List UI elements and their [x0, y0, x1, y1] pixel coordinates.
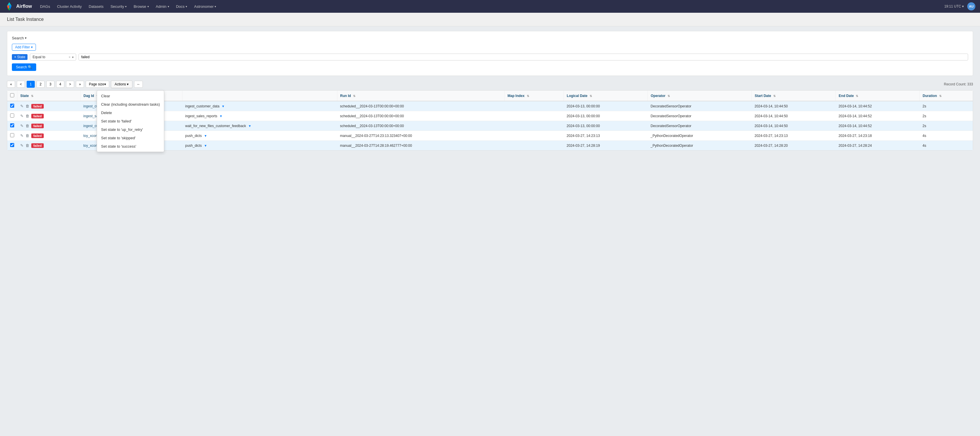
- row-duration-cell: 4s: [920, 131, 973, 141]
- edit-icon[interactable]: ✎: [20, 114, 24, 118]
- duration-text: 4s: [923, 143, 926, 148]
- page-last-button[interactable]: »: [76, 81, 84, 88]
- row-task-id-cell: ingest_customer_data ▼: [183, 101, 337, 111]
- col-end-date[interactable]: End Date ⇅: [836, 91, 920, 101]
- row-operator-cell: _PythonDecoratedOperator: [648, 141, 752, 151]
- nav-dags[interactable]: DAGs: [37, 0, 54, 13]
- task-filter-icon[interactable]: ▼: [204, 134, 207, 137]
- row-run-id-cell: scheduled__2024-03-13T00:00:00+00:00: [337, 101, 504, 111]
- actions-dropdown-menu: Clear Clear (including downstream tasks)…: [97, 90, 164, 152]
- nav-astronomer[interactable]: Astronomer▾: [191, 0, 220, 13]
- page-next-button[interactable]: >: [66, 81, 74, 88]
- col-state[interactable]: State ⇅: [18, 91, 81, 101]
- col-map-index[interactable]: Map Index ⇅: [504, 91, 564, 101]
- edit-icon[interactable]: ✎: [20, 104, 24, 108]
- task-filter-icon[interactable]: ▼: [221, 105, 225, 108]
- select-all-checkbox[interactable]: [10, 93, 14, 97]
- operator-dropdown-icon[interactable]: ▾: [72, 56, 73, 59]
- task-filter-icon[interactable]: ▼: [248, 124, 251, 128]
- delete-icon[interactable]: 🗑: [25, 124, 29, 128]
- operator-select[interactable]: Equal to × ▾: [30, 54, 76, 60]
- row-checkbox-cell: [7, 101, 18, 111]
- nav-security[interactable]: Security▾: [107, 0, 130, 13]
- page-header: List Task Instance: [0, 13, 980, 26]
- row-checkbox-cell: [7, 141, 18, 151]
- state-badge: failed: [31, 134, 44, 138]
- add-filter-button[interactable]: Add Filter ▾: [12, 44, 36, 51]
- search-toggle[interactable]: Search ▾: [12, 36, 968, 40]
- avatar[interactable]: AU: [967, 2, 975, 10]
- filter-value-input[interactable]: [78, 54, 968, 60]
- nav-browse[interactable]: Browse▾: [130, 0, 152, 13]
- end-date-text: 2024-03-14, 10:44:52: [839, 114, 872, 118]
- row-map-index-cell: [504, 121, 564, 131]
- edit-icon[interactable]: ✎: [20, 143, 24, 148]
- airflow-logo-icon: [5, 2, 14, 11]
- page-2-button[interactable]: 2: [37, 81, 45, 88]
- delete-icon[interactable]: 🗑: [25, 143, 29, 148]
- row-logical-date-cell: 2024-03-27, 14:23:13: [564, 131, 648, 141]
- action-set-up-for-retry[interactable]: Set state to 'up_for_retry': [97, 125, 164, 134]
- operator-text: _PythonDecoratedOperator: [651, 143, 693, 148]
- task-filter-icon[interactable]: ▼: [204, 144, 207, 147]
- search-button[interactable]: Search 🔍: [12, 64, 36, 71]
- end-date-text: 2024-03-27, 14:23:18: [839, 134, 872, 138]
- col-start-date[interactable]: Start Date ⇅: [752, 91, 836, 101]
- back-button[interactable]: ←: [134, 81, 143, 88]
- action-clear-downstream[interactable]: Clear (including downstream tasks): [97, 100, 164, 108]
- state-filter-tag[interactable]: × State: [12, 54, 27, 60]
- nav-admin[interactable]: Admin▾: [152, 0, 173, 13]
- page-first-button[interactable]: «: [7, 81, 15, 88]
- row-end-date-cell: 2024-03-27, 14:23:18: [836, 131, 920, 141]
- navbar: Airflow DAGs Cluster Activity Datasets S…: [0, 0, 980, 13]
- operator-clear-icon[interactable]: ×: [68, 55, 70, 59]
- main-content: Search ▾ Add Filter ▾ × State Equal to ×…: [0, 26, 980, 155]
- duration-text: 4s: [923, 134, 926, 138]
- page-1-button[interactable]: 1: [27, 81, 35, 88]
- col-duration[interactable]: Duration ⇅: [920, 91, 973, 101]
- delete-icon[interactable]: 🗑: [25, 104, 29, 108]
- search-toggle-arrow-icon: ▾: [25, 36, 27, 40]
- nav-datasets[interactable]: Datasets: [85, 0, 107, 13]
- actions-button[interactable]: Actions ▾: [111, 81, 133, 88]
- action-set-success[interactable]: Set state to 'success': [97, 142, 164, 151]
- row-checkbox[interactable]: [10, 113, 14, 118]
- edit-icon[interactable]: ✎: [20, 134, 24, 138]
- row-state-cell: ✎ 🗑 failed: [18, 131, 81, 141]
- brand[interactable]: Airflow: [5, 2, 32, 11]
- row-checkbox[interactable]: [10, 143, 14, 147]
- page-3-button[interactable]: 3: [46, 81, 54, 88]
- row-checkbox[interactable]: [10, 123, 14, 127]
- action-delete[interactable]: Delete: [97, 108, 164, 117]
- col-operator[interactable]: Operator ⇅: [648, 91, 752, 101]
- delete-icon[interactable]: 🗑: [25, 134, 29, 138]
- task-filter-icon[interactable]: ▼: [220, 115, 223, 118]
- row-state-cell: ✎ 🗑 failed: [18, 101, 81, 111]
- action-clear[interactable]: Clear: [97, 92, 164, 100]
- col-logical-date[interactable]: Logical Date ⇅: [564, 91, 648, 101]
- page-prev-button[interactable]: <: [17, 81, 25, 88]
- row-task-id-cell: push_dicts ▼: [183, 141, 337, 151]
- row-start-date-cell: 2024-03-14, 10:44:50: [752, 121, 836, 131]
- page-4-button[interactable]: 4: [56, 81, 64, 88]
- row-task-id-cell: ingest_sales_reports ▼: [183, 111, 337, 121]
- page-size-button[interactable]: Page size▾: [86, 81, 109, 88]
- row-logical-date-cell: 2024-03-13, 00:00:00: [564, 111, 648, 121]
- start-date-text: 2024-03-27, 14:28:20: [755, 143, 788, 148]
- edit-icon[interactable]: ✎: [20, 124, 24, 128]
- time-display[interactable]: 19:11 UTC ▾: [944, 4, 964, 8]
- action-set-skipped[interactable]: Set state to 'skipped': [97, 134, 164, 142]
- end-date-text: 2024-03-14, 10:44:52: [839, 104, 872, 108]
- row-checkbox[interactable]: [10, 133, 14, 137]
- page-title: List Task Instance: [7, 17, 973, 22]
- delete-icon[interactable]: 🗑: [25, 114, 29, 118]
- row-operator-cell: DecoratedSensorOperator: [648, 121, 752, 131]
- row-checkbox-cell: [7, 111, 18, 121]
- col-run-id[interactable]: Run Id ⇅: [337, 91, 504, 101]
- nav-docs[interactable]: Docs▾: [173, 0, 191, 13]
- row-checkbox[interactable]: [10, 103, 14, 108]
- run-id-text: scheduled__2024-03-13T00:00:00+00:00: [340, 114, 404, 118]
- sort-logicaldate-icon: ⇅: [590, 94, 592, 97]
- nav-cluster-activity[interactable]: Cluster Activity: [54, 0, 85, 13]
- action-set-failed[interactable]: Set state to 'failed': [97, 117, 164, 125]
